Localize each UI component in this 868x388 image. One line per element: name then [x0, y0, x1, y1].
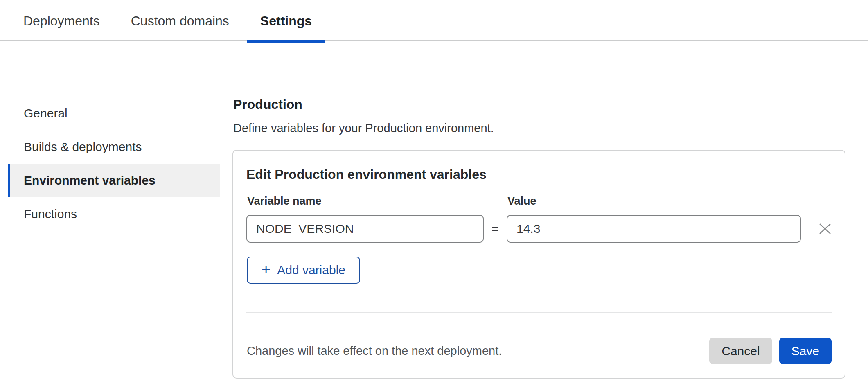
tab-settings[interactable]: Settings [247, 2, 325, 40]
variable-name-label: Variable name [247, 195, 484, 208]
variable-row: Variable name = Value [246, 195, 832, 243]
footer-note: Changes will take effect on the next dep… [247, 344, 709, 358]
tab-bar: Deployments Custom domains Settings [0, 0, 868, 41]
sidebar-item-builds-deployments[interactable]: Builds & deployments [8, 130, 220, 164]
value-field-group: Value [507, 195, 801, 243]
sidebar-item-functions[interactable]: Functions [8, 197, 220, 231]
sidebar-item-environment-variables[interactable]: Environment variables [8, 164, 220, 197]
plus-icon: + [262, 262, 271, 277]
add-variable-label: Add variable [277, 263, 345, 277]
main-content: Production Define variables for your Pro… [232, 97, 845, 379]
page-subtitle: Define variables for your Production env… [233, 121, 845, 135]
tab-deployments[interactable]: Deployments [10, 2, 113, 40]
variable-name-input[interactable] [246, 215, 484, 243]
save-button[interactable]: Save [779, 338, 832, 364]
variable-name-field-group: Variable name [246, 195, 484, 243]
tab-custom-domains[interactable]: Custom domains [118, 2, 242, 40]
settings-sidebar: General Builds & deployments Environment… [8, 97, 220, 231]
add-variable-button[interactable]: + Add variable [247, 257, 360, 284]
card-title: Edit Production environment variables [246, 167, 832, 182]
card-divider [246, 312, 832, 313]
x-icon [818, 222, 832, 235]
value-label: Value [507, 195, 801, 208]
environment-variables-card: Edit Production environment variables Va… [232, 150, 845, 379]
sidebar-item-general[interactable]: General [8, 97, 220, 130]
variable-value-input[interactable] [507, 215, 801, 243]
equals-sign: = [484, 215, 507, 243]
cancel-button[interactable]: Cancel [709, 338, 772, 364]
remove-variable-button[interactable] [818, 215, 832, 243]
card-footer: Changes will take effect on the next dep… [246, 338, 832, 364]
page-title: Production [233, 97, 845, 111]
